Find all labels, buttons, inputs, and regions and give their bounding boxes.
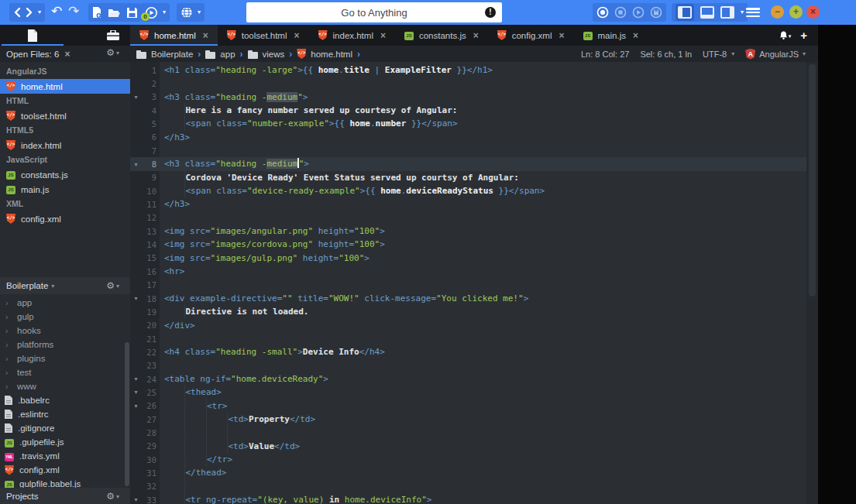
code-line[interactable]: 15 <img src="images/gulp.png" height="10… bbox=[130, 252, 806, 265]
tree-file-row[interactable]: config.xml bbox=[0, 463, 130, 477]
tree-folder-row[interactable]: test bbox=[0, 365, 130, 379]
code-line[interactable]: 23 bbox=[130, 359, 806, 372]
tree-folder-row[interactable]: app bbox=[0, 296, 130, 310]
fold-marker-icon[interactable]: ▾ bbox=[130, 161, 141, 168]
macro-play-button[interactable] bbox=[632, 6, 645, 19]
pane-right-toggle[interactable] bbox=[720, 6, 734, 19]
syntax-check-caret[interactable] bbox=[163, 9, 166, 15]
fold-marker-icon[interactable]: ▾ bbox=[130, 496, 141, 503]
code-line[interactable]: 6 </h3> bbox=[130, 131, 806, 144]
breadcrumb-item[interactable]: views bbox=[248, 49, 293, 60]
status-encoding-button[interactable]: UTF-8 bbox=[703, 50, 734, 59]
document-tab[interactable]: main.js bbox=[574, 25, 648, 46]
fold-marker-icon[interactable]: ▾ bbox=[130, 389, 141, 396]
tree-folder-row[interactable]: platforms bbox=[0, 338, 130, 351]
expand-chevron-icon[interactable] bbox=[5, 355, 13, 363]
places-root-button[interactable]: Boilerplate bbox=[6, 281, 54, 290]
open-file-item[interactable]: constants.js bbox=[0, 167, 130, 182]
tree-folder-row[interactable]: plugins bbox=[0, 351, 130, 365]
projects-gear-button[interactable] bbox=[106, 492, 119, 501]
open-file-item[interactable]: index.html bbox=[0, 138, 130, 153]
places-gear-button[interactable] bbox=[106, 281, 119, 290]
pane-bottom-toggle[interactable] bbox=[700, 6, 714, 19]
expand-chevron-icon[interactable] bbox=[5, 299, 13, 307]
expand-chevron-icon[interactable] bbox=[5, 341, 13, 349]
open-file-button[interactable] bbox=[108, 8, 120, 18]
sidebar-tab-toolbox[interactable] bbox=[65, 25, 130, 46]
close-button[interactable] bbox=[806, 5, 820, 19]
syntax-check-button[interactable]: 0 bbox=[145, 6, 158, 19]
open-files-gear-button[interactable] bbox=[106, 48, 119, 57]
expand-chevron-icon[interactable] bbox=[5, 327, 13, 335]
sidebar-scrollbar-thumb[interactable] bbox=[125, 342, 129, 486]
maximize-button[interactable] bbox=[789, 5, 803, 19]
code-line[interactable]: 14 <img src="images/cordova.png" height=… bbox=[130, 238, 806, 251]
breadcrumb-item[interactable]: app bbox=[205, 49, 242, 60]
save-button[interactable] bbox=[127, 8, 137, 18]
code-line[interactable]: 7 bbox=[130, 144, 806, 157]
browser-preview-caret[interactable] bbox=[198, 9, 201, 15]
code-line[interactable]: ▾ 3 <h3 class="heading -medium"> bbox=[130, 91, 806, 104]
tab-close-icon[interactable] bbox=[559, 30, 565, 41]
tab-close-icon[interactable] bbox=[380, 30, 386, 41]
code-editor[interactable]: 1 <h1 class="heading -large">{{ home.tit… bbox=[130, 62, 806, 504]
code-line[interactable]: 9 Cordova 'Device Ready' Event Status se… bbox=[130, 171, 806, 184]
code-line[interactable]: 1 <h1 class="heading -large">{{ home.tit… bbox=[130, 63, 806, 77]
expand-chevron-icon[interactable] bbox=[5, 369, 13, 377]
fold-marker-icon[interactable]: ▾ bbox=[130, 375, 141, 382]
code-line[interactable]: 20 </div> bbox=[130, 319, 806, 332]
code-line[interactable]: 27 <td>Property</td> bbox=[130, 413, 806, 426]
open-file-item[interactable]: toolset.html bbox=[0, 108, 130, 123]
open-file-item[interactable]: home.html bbox=[0, 79, 130, 94]
new-file-button[interactable] bbox=[92, 7, 101, 19]
fold-marker-icon[interactable]: ▾ bbox=[130, 403, 141, 410]
document-tab[interactable]: home.html bbox=[130, 25, 218, 46]
open-files-close-icon[interactable] bbox=[64, 49, 70, 60]
code-line[interactable]: 19 Directive is not loaded. bbox=[130, 305, 806, 318]
redo-button[interactable]: ↷ bbox=[68, 5, 79, 17]
code-line[interactable]: ▾ 8 <h3 class="heading -medium"> bbox=[130, 157, 806, 170]
editor-scrollbar-thumb[interactable] bbox=[809, 64, 816, 297]
fold-marker-icon[interactable]: ▾ bbox=[130, 94, 141, 101]
open-file-item[interactable]: main.js bbox=[0, 182, 130, 197]
tab-close-icon[interactable] bbox=[203, 30, 208, 41]
tree-file-row[interactable]: .gitignore bbox=[0, 421, 130, 435]
tab-close-icon[interactable] bbox=[294, 30, 300, 41]
fold-marker-icon[interactable]: ▾ bbox=[130, 295, 141, 302]
code-line[interactable]: 29 <td>Value</td> bbox=[130, 440, 806, 453]
macro-record-button[interactable] bbox=[596, 6, 609, 19]
document-tab[interactable]: config.xml bbox=[488, 25, 574, 46]
pane-layout-caret[interactable] bbox=[741, 9, 744, 15]
breadcrumb-item[interactable]: home.html bbox=[297, 49, 360, 60]
tree-folder-row[interactable]: hooks bbox=[0, 324, 130, 338]
document-tab[interactable]: toolset.html bbox=[218, 25, 309, 46]
expand-chevron-icon[interactable] bbox=[5, 313, 13, 321]
code-line[interactable]: ▾ 26 <tr> bbox=[130, 399, 806, 413]
tree-file-row[interactable]: .gulpefile.js bbox=[0, 435, 130, 449]
info-icon[interactable] bbox=[485, 7, 496, 18]
code-line[interactable]: 11 </h3> bbox=[130, 197, 806, 211]
editor-scrollbar[interactable] bbox=[806, 62, 818, 504]
breadcrumb-item[interactable]: Boilerplate bbox=[136, 49, 201, 60]
tree-file-row[interactable]: .babelrc bbox=[0, 393, 130, 407]
code-line[interactable]: 17 bbox=[130, 279, 806, 292]
code-line[interactable]: 28 bbox=[130, 426, 806, 439]
goto-anything-input[interactable]: Go to Anything bbox=[246, 2, 502, 22]
macro-save-button[interactable] bbox=[650, 6, 662, 19]
code-line[interactable]: 2 bbox=[130, 77, 806, 90]
code-line[interactable]: ▾ 33 <tr ng-repeat="(key, value) in home… bbox=[130, 493, 806, 504]
code-line[interactable]: 10 <span class="device-ready-example">{{… bbox=[130, 184, 806, 197]
code-line[interactable]: 22 <h4 class="heading -small">Device Inf… bbox=[130, 345, 806, 358]
code-line[interactable]: ▾ 24 <table ng-if="home.deviceReady"> bbox=[130, 372, 806, 386]
menu-button[interactable] bbox=[746, 8, 760, 17]
code-line[interactable]: ▾ 25 <thead> bbox=[130, 386, 806, 399]
code-line[interactable]: ▾ 18 <div example-directive="" title="WO… bbox=[130, 292, 806, 305]
pane-left-toggle[interactable] bbox=[676, 4, 694, 21]
tree-file-row[interactable]: .travis.yml bbox=[0, 449, 130, 463]
tree-file-row[interactable]: .eslintrc bbox=[0, 407, 130, 421]
back-button[interactable] bbox=[13, 7, 21, 18]
code-line[interactable]: 32 bbox=[130, 480, 806, 493]
code-line[interactable]: 16 <hr> bbox=[130, 265, 806, 278]
code-line[interactable]: 13 <img src="images/angular.png" height=… bbox=[130, 225, 806, 238]
code-line[interactable]: 4 Here is a fancy number served up court… bbox=[130, 104, 806, 117]
